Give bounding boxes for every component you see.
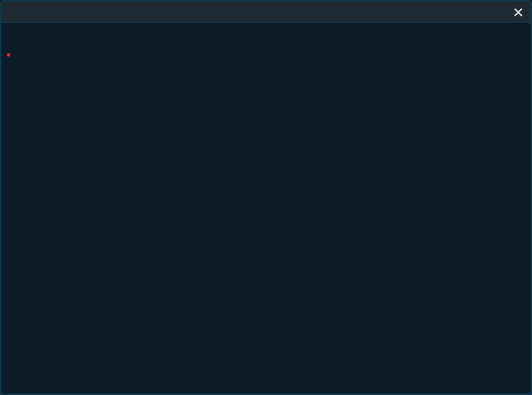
scroll-indicator xyxy=(496,381,525,391)
titlebar[interactable] xyxy=(1,1,531,23)
vim-statusbar xyxy=(1,381,531,394)
close-icon xyxy=(514,8,523,17)
terminal-window xyxy=(0,0,532,395)
close-button[interactable] xyxy=(512,6,525,19)
cursor-position xyxy=(395,381,452,391)
terminal-viewport[interactable] xyxy=(1,23,531,381)
highlight-box xyxy=(7,54,10,56)
